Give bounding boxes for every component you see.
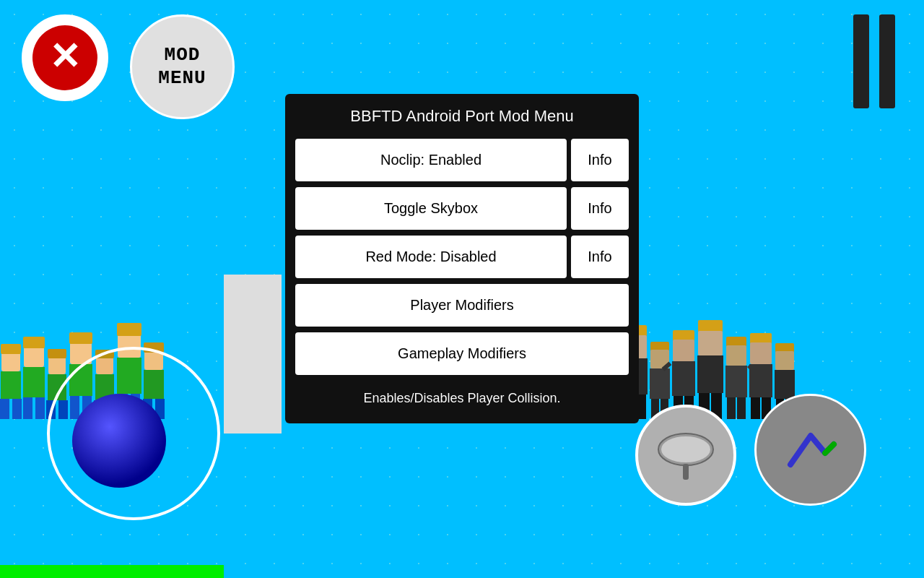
pause-button[interactable] bbox=[853, 14, 895, 108]
joystick-ball bbox=[72, 394, 166, 488]
character-figure bbox=[0, 344, 22, 419]
noclip-info-button[interactable]: Info bbox=[571, 139, 629, 181]
player-modifiers-row: Player Modifiers bbox=[285, 281, 639, 329]
dark-character-figure bbox=[725, 337, 747, 419]
close-icon: ✕ bbox=[49, 38, 81, 75]
close-button[interactable]: ✕ bbox=[22, 14, 108, 101]
redmode-info-button[interactable]: Info bbox=[571, 236, 629, 278]
characters-right bbox=[599, 253, 924, 419]
noclip-row: Noclip: Enabled Info bbox=[285, 136, 639, 184]
noclip-button[interactable]: Noclip: Enabled bbox=[295, 139, 567, 181]
dark-character-figure bbox=[749, 333, 772, 419]
skybox-row: Toggle Skybox Info bbox=[285, 184, 639, 233]
svg-rect-2 bbox=[683, 464, 689, 480]
svg-line-3 bbox=[825, 444, 834, 453]
mod-menu-modal: BBFTD Android Port Mod Menu Noclip: Enab… bbox=[285, 94, 639, 423]
pause-bar-right bbox=[879, 14, 895, 108]
skybox-button[interactable]: Toggle Skybox bbox=[295, 187, 567, 230]
jump-button[interactable] bbox=[754, 394, 866, 506]
player-modifiers-button[interactable]: Player Modifiers bbox=[295, 284, 629, 327]
mod-menu-label: MODMENU bbox=[158, 44, 206, 89]
pause-bar-left bbox=[853, 14, 869, 108]
character-figure bbox=[23, 337, 45, 419]
gameplay-modifiers-row: Gameplay Modifiers bbox=[285, 329, 639, 378]
modal-description: Enables/Disables Player Collision. bbox=[285, 378, 639, 409]
skybox-info-button[interactable]: Info bbox=[571, 187, 629, 230]
progress-bar bbox=[0, 565, 224, 578]
look-button[interactable] bbox=[635, 405, 736, 506]
dark-character-figure bbox=[697, 320, 723, 419]
modal-title: BBFTD Android Port Mod Menu bbox=[285, 94, 639, 136]
redmode-button[interactable]: Red Mode: Disabled bbox=[295, 236, 567, 278]
arrow-icon bbox=[782, 425, 840, 475]
mod-menu-button[interactable]: MODMENU bbox=[130, 14, 235, 119]
svg-point-1 bbox=[661, 436, 710, 462]
gameplay-modifiers-button[interactable]: Gameplay Modifiers bbox=[295, 332, 629, 375]
close-button-inner: ✕ bbox=[32, 25, 97, 90]
mirror-icon bbox=[650, 426, 722, 484]
redmode-row: Red Mode: Disabled Info bbox=[285, 233, 639, 281]
joystick-area[interactable] bbox=[47, 347, 220, 520]
